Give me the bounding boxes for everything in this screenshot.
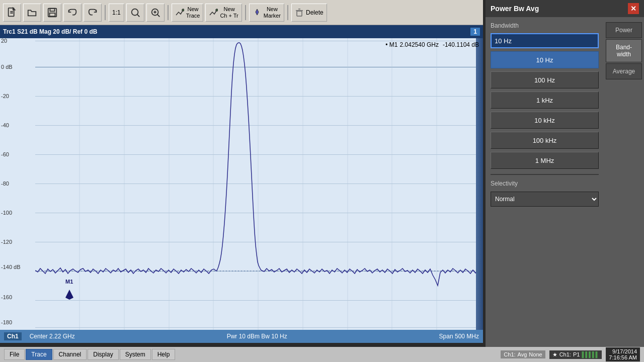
power-bw: Pwr 10 dBm Bw 10 Hz <box>227 333 287 340</box>
selectivity-label: Selectivity <box>491 180 599 187</box>
y-label-40n: -40 <box>1 122 9 128</box>
status-area: Ch1: Avg None <box>501 350 545 358</box>
right-panel-buttons: Bandwidth 10 Hz 100 Hz 1 kHz 10 kHz 100 … <box>486 17 604 347</box>
new-trace-button[interactable]: New Trace <box>172 4 204 22</box>
marker-m1-label: M1 <box>65 279 73 285</box>
none-info: None <box>529 351 542 357</box>
center-freq: Center 2.22 GHz <box>30 333 75 340</box>
svg-line-7 <box>137 14 139 17</box>
new-file-button[interactable] <box>3 4 21 22</box>
new-ch-tr-button[interactable]: New Ch + Tr <box>205 4 242 22</box>
bandwidth-section-label: Bandwidth <box>491 22 599 29</box>
menu-bar: File Trace Channel Display System Help C… <box>0 347 644 362</box>
svg-rect-15 <box>297 11 302 16</box>
tab-power[interactable]: Power <box>606 22 642 38</box>
y-label-140db: -140 dB <box>1 264 21 270</box>
divider-3 <box>245 5 246 20</box>
divider-2 <box>168 5 169 20</box>
y-label-120n: -120 <box>1 239 12 245</box>
divider-4 <box>287 5 288 20</box>
menu-channel[interactable]: Channel <box>53 349 87 360</box>
right-panel-title: Power Bw Avg <box>491 5 539 13</box>
span-info: Span 500 MHz <box>439 333 479 340</box>
bw-btn-1mhz[interactable]: 1 MHz <box>491 152 599 169</box>
p1-label: P1 <box>573 351 580 357</box>
y-label-80n: -80 <box>1 180 9 187</box>
bw-btn-100khz[interactable]: 100 kHz <box>491 132 599 149</box>
trace-label: Trc1 S21 dB Mag 20 dB/ Ref 0 dB <box>3 28 97 35</box>
y-label-0db: 0 dB <box>1 64 13 70</box>
new-ch-tr-label-line2: Ch + Tr <box>220 13 238 19</box>
menu-file[interactable]: File <box>4 349 25 360</box>
date-display: 9/17/2014 <box>612 348 637 354</box>
marker-m1: M1 <box>65 290 73 301</box>
menu-trace[interactable]: Trace <box>26 349 52 360</box>
svg-point-12 <box>182 9 184 11</box>
new-trace-label-line2: Trace <box>186 13 200 19</box>
chart-svg <box>35 38 482 330</box>
right-panel: Power Bw Avg ✕ Bandwidth 10 Hz 100 Hz 1 … <box>486 0 644 347</box>
svg-marker-14 <box>256 9 259 15</box>
status-bar: Ch1 Center 2.22 GHz Pwr 10 dBm Bw 10 Hz … <box>0 330 483 343</box>
zoom-area-button[interactable] <box>146 4 165 22</box>
y-label-100n: -100 <box>1 210 12 216</box>
menu-display[interactable]: Display <box>88 349 118 360</box>
chart-area: 20 0 dB -20 -40 -60 -80 -100 -120 -140 d… <box>0 38 483 330</box>
right-panel-body: Bandwidth 10 Hz 100 Hz 1 kHz 10 kHz 100 … <box>486 17 644 347</box>
ch1-info: Ch1: <box>504 351 515 357</box>
undo-button[interactable] <box>63 4 82 22</box>
y-label-180n: -180 <box>1 319 12 325</box>
close-button[interactable]: ✕ <box>628 3 639 14</box>
delete-label: Delete <box>306 9 324 16</box>
bw-btn-100hz[interactable]: 100 Hz <box>491 71 599 88</box>
right-side-tabs: Power Band-width Average <box>604 17 644 347</box>
svg-line-9 <box>157 14 159 17</box>
trace-label-bar: Trc1 S21 dB Mag 20 dB/ Ref 0 dB 1 <box>0 25 483 38</box>
menu-help[interactable]: Help <box>152 349 176 360</box>
right-panel-title-bar: Power Bw Avg ✕ <box>486 0 644 17</box>
zoom-fit-button[interactable] <box>126 4 144 22</box>
y-label-160n: -160 <box>1 294 12 300</box>
redo-button[interactable] <box>84 4 102 22</box>
svg-marker-28 <box>65 290 73 300</box>
new-marker-button[interactable]: New Marker <box>249 4 284 22</box>
selectivity-select[interactable]: Normal High Very High <box>491 192 599 207</box>
divider-1 <box>105 5 106 20</box>
avg-info: Avg <box>518 351 527 357</box>
tab-average[interactable]: Average <box>606 63 642 79</box>
signal-bars: ▌▌▌▌▌ <box>582 351 599 357</box>
new-marker-label-line2: Marker <box>264 13 281 19</box>
menu-bar-right: Ch1: Avg None ★ Ch1: P1 ▌▌▌▌▌ 9/17/2014 … <box>501 347 640 361</box>
y-label-20n: -20 <box>1 93 9 99</box>
tab-bandwidth[interactable]: Band-width <box>606 39 642 62</box>
bandwidth-input[interactable] <box>491 33 599 48</box>
toolbar: 1:1 <box>0 0 483 25</box>
separator <box>491 174 599 175</box>
save-button[interactable] <box>43 4 61 22</box>
menu-system[interactable]: System <box>120 349 151 360</box>
svg-point-6 <box>131 9 138 15</box>
zoom-11-button[interactable]: 1:1 <box>109 4 124 22</box>
bw-btn-10khz[interactable]: 10 kHz <box>491 112 599 129</box>
channel-label: Ch1 <box>4 332 22 340</box>
ch-p1-area: ★ Ch1: P1 ▌▌▌▌▌ <box>549 350 602 359</box>
svg-rect-5 <box>50 13 55 16</box>
svg-point-13 <box>216 9 218 11</box>
chart-right-indicator <box>476 38 483 330</box>
ch1-label: Ch1: <box>559 351 571 357</box>
time-display: 7:16:56 AM <box>609 354 637 360</box>
datetime-area: 9/17/2014 7:16:56 AM <box>606 347 640 361</box>
bw-btn-1khz[interactable]: 1 kHz <box>491 92 599 109</box>
new-marker-label-line1: New <box>264 6 281 12</box>
y-label-60n: -60 <box>1 151 9 157</box>
bw-btn-10hz[interactable]: 10 Hz <box>491 51 599 68</box>
menu-bar-left: File Trace Channel Display System Help <box>4 349 175 360</box>
y-label-20: 20 <box>1 38 7 44</box>
delete-button[interactable]: Delete <box>291 4 327 22</box>
trace-number: 1 <box>470 28 480 36</box>
zoom-11-label: 1:1 <box>112 9 121 16</box>
open-button[interactable] <box>23 4 41 22</box>
star-icon: ★ <box>552 351 557 358</box>
svg-rect-4 <box>50 8 54 11</box>
status-info: Center 2.22 GHz Pwr 10 dBm Bw 10 Hz Span… <box>30 333 479 340</box>
